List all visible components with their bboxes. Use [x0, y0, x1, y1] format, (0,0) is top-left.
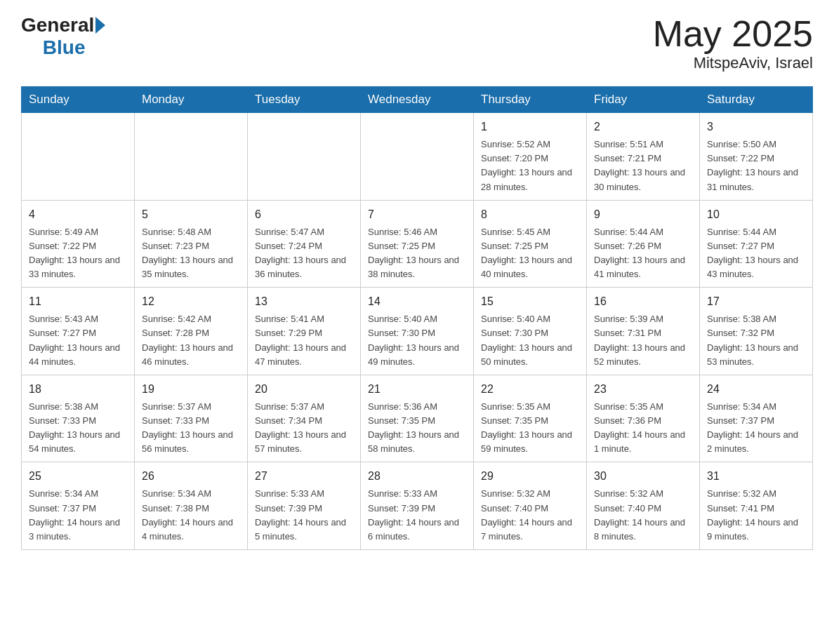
calendar-week-row: 25Sunrise: 5:34 AMSunset: 7:37 PMDayligh…	[22, 462, 813, 550]
calendar-day-cell: 30Sunrise: 5:32 AMSunset: 7:40 PMDayligh…	[587, 462, 700, 550]
day-info: Sunrise: 5:37 AMSunset: 7:33 PMDaylight:…	[142, 400, 240, 457]
day-info: Sunrise: 5:33 AMSunset: 7:39 PMDaylight:…	[255, 487, 353, 544]
day-info: Sunrise: 5:38 AMSunset: 7:33 PMDaylight:…	[29, 400, 127, 457]
day-info: Sunrise: 5:50 AMSunset: 7:22 PMDaylight:…	[707, 137, 805, 194]
day-info: Sunrise: 5:35 AMSunset: 7:35 PMDaylight:…	[481, 400, 579, 457]
calendar-day-cell: 13Sunrise: 5:41 AMSunset: 7:29 PMDayligh…	[248, 288, 361, 375]
day-number: 8	[481, 206, 579, 223]
calendar-day-cell: 23Sunrise: 5:35 AMSunset: 7:36 PMDayligh…	[587, 375, 700, 462]
day-info: Sunrise: 5:51 AMSunset: 7:21 PMDaylight:…	[594, 137, 692, 194]
day-number: 13	[255, 293, 353, 310]
day-info: Sunrise: 5:38 AMSunset: 7:32 PMDaylight:…	[707, 312, 805, 369]
calendar-day-cell: 9Sunrise: 5:44 AMSunset: 7:26 PMDaylight…	[587, 200, 700, 288]
day-info: Sunrise: 5:49 AMSunset: 7:22 PMDaylight:…	[29, 225, 127, 282]
day-number: 26	[142, 468, 240, 485]
calendar-table: SundayMondayTuesdayWednesdayThursdayFrid…	[21, 86, 813, 550]
calendar-day-cell: 12Sunrise: 5:42 AMSunset: 7:28 PMDayligh…	[135, 288, 248, 375]
day-of-week-header: Thursday	[474, 87, 587, 113]
calendar-day-cell: 29Sunrise: 5:32 AMSunset: 7:40 PMDayligh…	[474, 462, 587, 550]
calendar-day-cell: 18Sunrise: 5:38 AMSunset: 7:33 PMDayligh…	[22, 375, 135, 462]
calendar-day-cell: 5Sunrise: 5:48 AMSunset: 7:23 PMDaylight…	[135, 200, 248, 288]
day-number: 5	[142, 206, 240, 223]
day-info: Sunrise: 5:44 AMSunset: 7:27 PMDaylight:…	[707, 225, 805, 282]
day-number: 17	[707, 293, 805, 310]
day-info: Sunrise: 5:34 AMSunset: 7:37 PMDaylight:…	[707, 400, 805, 457]
day-number: 12	[142, 293, 240, 310]
day-number: 16	[594, 293, 692, 310]
day-number: 15	[481, 293, 579, 310]
day-info: Sunrise: 5:36 AMSunset: 7:35 PMDaylight:…	[368, 400, 466, 457]
day-of-week-header: Tuesday	[248, 87, 361, 113]
month-year-title: May 2025	[653, 14, 813, 54]
day-number: 22	[481, 381, 579, 398]
day-number: 4	[29, 206, 127, 223]
calendar-day-cell: 28Sunrise: 5:33 AMSunset: 7:39 PMDayligh…	[361, 462, 474, 550]
logo-blue-text: Blue	[21, 36, 107, 59]
day-info: Sunrise: 5:41 AMSunset: 7:29 PMDaylight:…	[255, 312, 353, 369]
day-info: Sunrise: 5:37 AMSunset: 7:34 PMDaylight:…	[255, 400, 353, 457]
day-info: Sunrise: 5:35 AMSunset: 7:36 PMDaylight:…	[594, 400, 692, 457]
calendar-day-cell: 15Sunrise: 5:40 AMSunset: 7:30 PMDayligh…	[474, 288, 587, 375]
day-info: Sunrise: 5:47 AMSunset: 7:24 PMDaylight:…	[255, 225, 353, 282]
calendar-day-cell: 6Sunrise: 5:47 AMSunset: 7:24 PMDaylight…	[248, 200, 361, 288]
day-info: Sunrise: 5:40 AMSunset: 7:30 PMDaylight:…	[481, 312, 579, 369]
calendar-day-cell: 4Sunrise: 5:49 AMSunset: 7:22 PMDaylight…	[22, 200, 135, 288]
calendar-week-row: 11Sunrise: 5:43 AMSunset: 7:27 PMDayligh…	[22, 288, 813, 375]
day-number: 2	[594, 119, 692, 135]
calendar-day-cell	[361, 113, 474, 201]
day-number: 28	[368, 468, 466, 485]
logo-arrow-icon	[95, 17, 105, 34]
day-number: 31	[707, 468, 805, 485]
calendar-day-cell: 25Sunrise: 5:34 AMSunset: 7:37 PMDayligh…	[22, 462, 135, 550]
calendar-day-cell: 14Sunrise: 5:40 AMSunset: 7:30 PMDayligh…	[361, 288, 474, 375]
calendar-day-cell: 19Sunrise: 5:37 AMSunset: 7:33 PMDayligh…	[135, 375, 248, 462]
day-number: 19	[142, 381, 240, 398]
calendar-day-cell	[248, 113, 361, 201]
day-of-week-header: Sunday	[22, 87, 135, 113]
calendar-title-block: May 2025 MitspeAviv, Israel	[653, 14, 813, 72]
calendar-day-cell	[22, 113, 135, 201]
day-info: Sunrise: 5:32 AMSunset: 7:40 PMDaylight:…	[481, 487, 579, 544]
location-title: MitspeAviv, Israel	[653, 54, 813, 72]
calendar-header-row: SundayMondayTuesdayWednesdayThursdayFrid…	[22, 87, 813, 113]
day-info: Sunrise: 5:40 AMSunset: 7:30 PMDaylight:…	[368, 312, 466, 369]
day-number: 7	[368, 206, 466, 223]
day-info: Sunrise: 5:39 AMSunset: 7:31 PMDaylight:…	[594, 312, 692, 369]
day-info: Sunrise: 5:32 AMSunset: 7:40 PMDaylight:…	[594, 487, 692, 544]
calendar-day-cell: 27Sunrise: 5:33 AMSunset: 7:39 PMDayligh…	[248, 462, 361, 550]
day-of-week-header: Wednesday	[361, 87, 474, 113]
day-info: Sunrise: 5:42 AMSunset: 7:28 PMDaylight:…	[142, 312, 240, 369]
day-info: Sunrise: 5:52 AMSunset: 7:20 PMDaylight:…	[481, 137, 579, 194]
day-info: Sunrise: 5:48 AMSunset: 7:23 PMDaylight:…	[142, 225, 240, 282]
calendar-week-row: 4Sunrise: 5:49 AMSunset: 7:22 PMDaylight…	[22, 200, 813, 288]
day-of-week-header: Friday	[587, 87, 700, 113]
calendar-day-cell: 21Sunrise: 5:36 AMSunset: 7:35 PMDayligh…	[361, 375, 474, 462]
day-info: Sunrise: 5:46 AMSunset: 7:25 PMDaylight:…	[368, 225, 466, 282]
calendar-week-row: 1Sunrise: 5:52 AMSunset: 7:20 PMDaylight…	[22, 113, 813, 201]
day-number: 10	[707, 206, 805, 223]
day-number: 25	[29, 468, 127, 485]
day-number: 24	[707, 381, 805, 398]
calendar-day-cell: 26Sunrise: 5:34 AMSunset: 7:38 PMDayligh…	[135, 462, 248, 550]
calendar-day-cell: 24Sunrise: 5:34 AMSunset: 7:37 PMDayligh…	[700, 375, 813, 462]
day-info: Sunrise: 5:43 AMSunset: 7:27 PMDaylight:…	[29, 312, 127, 369]
day-number: 20	[255, 381, 353, 398]
day-info: Sunrise: 5:32 AMSunset: 7:41 PMDaylight:…	[707, 487, 805, 544]
day-info: Sunrise: 5:44 AMSunset: 7:26 PMDaylight:…	[594, 225, 692, 282]
day-number: 3	[707, 119, 805, 135]
calendar-day-cell	[135, 113, 248, 201]
calendar-day-cell: 20Sunrise: 5:37 AMSunset: 7:34 PMDayligh…	[248, 375, 361, 462]
day-number: 18	[29, 381, 127, 398]
calendar-day-cell: 11Sunrise: 5:43 AMSunset: 7:27 PMDayligh…	[22, 288, 135, 375]
calendar-day-cell: 3Sunrise: 5:50 AMSunset: 7:22 PMDaylight…	[700, 113, 813, 201]
calendar-day-cell: 17Sunrise: 5:38 AMSunset: 7:32 PMDayligh…	[700, 288, 813, 375]
calendar-week-row: 18Sunrise: 5:38 AMSunset: 7:33 PMDayligh…	[22, 375, 813, 462]
day-number: 21	[368, 381, 466, 398]
day-number: 14	[368, 293, 466, 310]
calendar-day-cell: 16Sunrise: 5:39 AMSunset: 7:31 PMDayligh…	[587, 288, 700, 375]
day-number: 1	[481, 119, 579, 135]
calendar-day-cell: 31Sunrise: 5:32 AMSunset: 7:41 PMDayligh…	[700, 462, 813, 550]
day-number: 30	[594, 468, 692, 485]
day-of-week-header: Monday	[135, 87, 248, 113]
day-number: 23	[594, 381, 692, 398]
